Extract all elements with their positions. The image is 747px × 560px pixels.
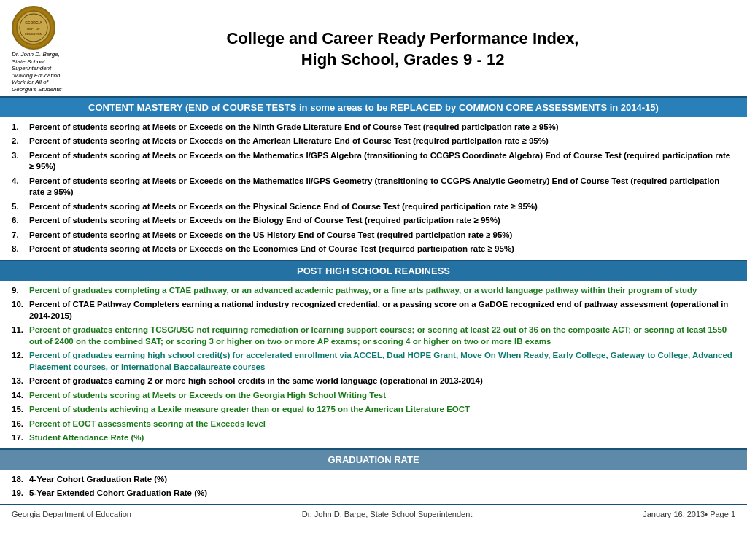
footer-right: January 16, 2013• Page 1 [643,510,735,518]
page: GEORGIA DEPT OF EDUCATION Dr. John D. Ba… [0,0,747,560]
svg-text:DEPT OF: DEPT OF [27,27,40,31]
post-high-school-list: 9. Percent of graduates completing a CTA… [0,281,747,448]
list-item: 12. Percent of graduates earning high sc… [12,349,735,374]
list-item: 1. Percent of students scoring at Meets … [12,120,735,135]
list-item: 17. Student Attendance Rate (%) [12,431,735,446]
page-title: College and Career Ready Performance Ind… [70,28,735,70]
logo-seal: GEORGIA DEPT OF EDUCATION [12,6,55,50]
list-item: 3. Percent of students scoring at Meets … [12,149,735,174]
svg-text:GEORGIA: GEORGIA [25,20,42,25]
list-item: 16. Percent of EOCT assessments scoring … [12,417,735,432]
list-item: 14. Percent of students scoring at Meets… [12,389,735,403]
list-item: 19. 5-Year Extended Cohort Graduation Ra… [12,486,735,501]
post-high-school-header: POST HIGH SCHOOL READINESS [0,261,747,281]
list-item: 6. Percent of students scoring at Meets … [12,214,735,228]
list-item: 10. Percent of CTAE Pathway Completers e… [12,298,735,323]
list-item: 18. 4-Year Cohort Graduation Rate (%) [12,472,735,487]
list-item: 11. Percent of graduates entering TCSG/U… [12,323,735,349]
list-item: 4. Percent of students scoring at Meets … [12,174,735,200]
list-item: 13. Percent of graduates earning 2 or mo… [12,374,735,389]
logo-area: GEORGIA DEPT OF EDUCATION Dr. John D. Ba… [12,6,70,93]
list-item: 2. Percent of students scoring at Meets … [12,134,735,149]
list-item: 8. Percent of students scoring at Meets … [12,242,735,257]
svg-text:EDUCATION: EDUCATION [25,32,42,36]
footer-center: Dr. John D. Barge, State School Superint… [302,510,473,518]
footer: Georgia Department of Education Dr. John… [0,504,747,523]
header: GEORGIA DEPT OF EDUCATION Dr. John D. Ba… [0,0,747,98]
list-item: 5. Percent of students scoring at Meets … [12,200,735,214]
list-item: 15. Percent of students achieving a Lexi… [12,402,735,417]
graduation-list: 18. 4-Year Cohort Graduation Rate (%) 19… [0,470,747,504]
superintendent-text: Dr. John D. Barge, State School Superint… [12,51,70,93]
list-item: 7. Percent of students scoring at Meets … [12,228,735,243]
content-mastery-list: 1. Percent of students scoring at Meets … [0,117,747,260]
footer-left: Georgia Department of Education [12,510,131,518]
content-mastery-header: CONTENT MASTERY (END of COURSE TESTS in … [0,98,747,117]
graduation-header: GRADUATION RATE [0,450,747,470]
list-item: 9. Percent of graduates completing a CTA… [12,284,735,298]
